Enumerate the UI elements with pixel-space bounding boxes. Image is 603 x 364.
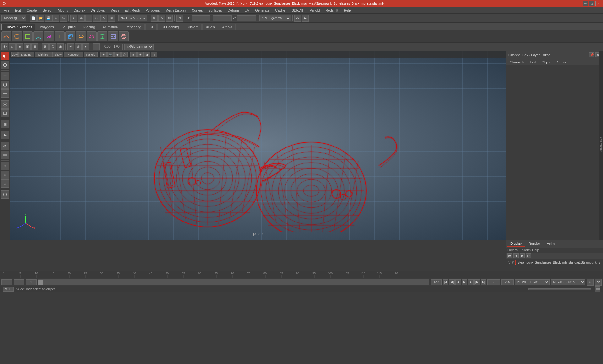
redo-button[interactable]: ↪ [60, 15, 67, 22]
command-input[interactable] [528, 288, 591, 290]
vp-icon-camera[interactable]: 📷 [107, 52, 114, 57]
vp-menu-panels[interactable]: Panels [84, 52, 98, 57]
display-mode4[interactable]: ▦ [31, 43, 38, 50]
shelf-tab-rendering[interactable]: Rendering [122, 24, 145, 30]
close-button[interactable]: ✕ [595, 1, 600, 6]
vp-icon-wire[interactable]: ⬡ [121, 52, 128, 57]
menu-uv[interactable]: UV [242, 8, 252, 13]
shelf-icon-text[interactable]: T [55, 31, 65, 41]
max-end-input[interactable] [501, 279, 514, 285]
shelf-tab-rigging[interactable]: Rigging [80, 24, 98, 30]
menu-create[interactable]: Create [24, 8, 40, 13]
track-tool[interactable]: ⊕ [1, 162, 9, 170]
vp-icon-isolate[interactable]: ⊠ [130, 52, 137, 57]
last-tool[interactable] [1, 190, 9, 199]
menu-help[interactable]: Help [341, 8, 354, 13]
y-field[interactable] [213, 15, 232, 21]
menu-select[interactable]: Select [40, 8, 55, 13]
snap-curve-button[interactable]: ∿ [158, 15, 165, 22]
vp-menu-renderer[interactable]: Renderer [64, 52, 83, 57]
select-tool[interactable] [1, 52, 9, 60]
vp-menu-show[interactable]: Show [52, 52, 63, 57]
cb-tab-channels[interactable]: Channels [507, 60, 527, 65]
vp-menu-shading[interactable]: Shading [18, 52, 34, 57]
menu-edit-mesh[interactable]: Edit Mesh [122, 8, 142, 13]
zoom-tool[interactable]: ⊙ [1, 179, 9, 188]
menu-3dtall[interactable]: -3DtoAll- [288, 8, 307, 13]
cb-tab-show[interactable]: Show [555, 60, 568, 65]
current-frame-input[interactable] [14, 279, 24, 285]
shelf-tab-animation[interactable]: Animation [99, 24, 121, 30]
shelf-icon-extrude[interactable] [65, 31, 75, 41]
layer-item[interactable]: V P Steampunk_Sunglasses_Black_mb_standa… [506, 259, 603, 266]
shelf-tab-fx[interactable]: FX [145, 24, 157, 30]
shelf-icon-circle[interactable] [12, 31, 22, 41]
menu-generate[interactable]: Generate [253, 8, 272, 13]
menu-modify[interactable]: Modify [55, 8, 70, 13]
timeline-ruler[interactable]: 1 5 10 15 20 25 30 35 40 45 50 [0, 271, 603, 278]
paint-select-tool[interactable] [1, 61, 9, 69]
x-field[interactable] [192, 15, 210, 21]
viewport-panel[interactable]: View Shading Lighting Show Renderer Pane… [10, 51, 506, 240]
vp-icon-smooth[interactable]: ◉ [114, 52, 121, 57]
color-space-dropdown2[interactable]: sRGB gamma [124, 44, 154, 50]
vp-icon-shadow[interactable]: ◑ [144, 52, 150, 57]
shelf-tab-custom[interactable]: Custom [183, 24, 202, 30]
menu-edit[interactable]: Edit [13, 8, 24, 13]
lighting2[interactable]: ◑ [75, 43, 82, 50]
shelf-icon-square[interactable] [23, 31, 33, 41]
anim-layer-selector[interactable]: No Anim Layer [515, 279, 550, 285]
minimize-button[interactable]: ─ [583, 1, 588, 6]
display-mode1[interactable]: □ [9, 43, 16, 50]
channel-box-pin[interactable]: 📌 [589, 52, 594, 57]
menu-windows[interactable]: Windows [88, 8, 107, 13]
cb-tab-edit[interactable]: Edit [527, 60, 538, 65]
mel-button[interactable]: MEL [3, 287, 14, 292]
display-tab-render[interactable]: Render [525, 241, 543, 247]
move-button[interactable]: ✛ [85, 15, 92, 22]
layer-back[interactable]: ◀ [513, 253, 519, 258]
workspace-selector[interactable]: Modeling [1, 15, 26, 21]
tool-settings[interactable]: ⚙ [1, 142, 9, 150]
shelf-icon-revolve[interactable] [76, 31, 86, 41]
layer-forward[interactable]: ▶ [520, 253, 525, 258]
undo-button[interactable]: ↩ [52, 15, 59, 22]
menu-arnold[interactable]: Arnold [307, 8, 323, 13]
auto-key-button[interactable]: ⊙ [587, 279, 594, 286]
snap-toggle[interactable]: ⊞ [1, 120, 9, 128]
play-button[interactable]: ▶ [462, 279, 467, 285]
render-settings-button[interactable]: ⚙ [294, 15, 301, 22]
scale-tool[interactable] [1, 89, 9, 98]
vp-icon-select[interactable]: ✦ [100, 52, 107, 57]
timeline-scrubber[interactable] [38, 279, 429, 285]
character-set-selector[interactable]: No Character Set [551, 279, 585, 285]
select-button[interactable]: ✦ [70, 15, 77, 22]
move-tool[interactable]: ✛ [1, 72, 9, 80]
scrubber-head[interactable] [38, 280, 43, 285]
camera-button[interactable]: 👁 [1, 43, 8, 50]
display-mode2[interactable]: ■ [16, 43, 23, 50]
z-field[interactable] [237, 15, 256, 21]
shelf-tab-fx-caching[interactable]: FX Caching [157, 24, 182, 30]
dolly-tool[interactable]: ⊗ [1, 171, 9, 179]
next-key-button[interactable]: |▶ [474, 279, 480, 285]
menu-file[interactable]: File [1, 8, 12, 13]
lasso-button[interactable]: ⊕ [78, 15, 85, 22]
layer-skip-back[interactable]: ⏮ [507, 253, 512, 258]
texture-toggle[interactable]: T [93, 43, 100, 50]
range-end-input[interactable] [487, 279, 500, 285]
shelf-icon-curve[interactable] [1, 31, 11, 41]
go-start-button[interactable]: |◀ [443, 279, 448, 285]
frame-lock[interactable]: 1 [26, 279, 37, 285]
prev-frame-button[interactable]: ◀ [455, 279, 461, 285]
menu-mesh[interactable]: Mesh [108, 8, 121, 13]
sub-tab-options[interactable]: Options [519, 248, 531, 252]
universal-button[interactable]: ⊞ [108, 15, 115, 22]
display-mode3[interactable]: ▣ [24, 43, 31, 50]
shelf-tab-xgen[interactable]: XGen [202, 24, 218, 30]
display-tab-anim[interactable]: Anim [544, 241, 558, 247]
soft-select-tool[interactable] [1, 100, 9, 109]
display-tab-display[interactable]: Display [507, 241, 525, 247]
layer-skip-forward[interactable]: ⏭ [526, 253, 531, 258]
shelf-icon-birail[interactable] [97, 31, 107, 41]
